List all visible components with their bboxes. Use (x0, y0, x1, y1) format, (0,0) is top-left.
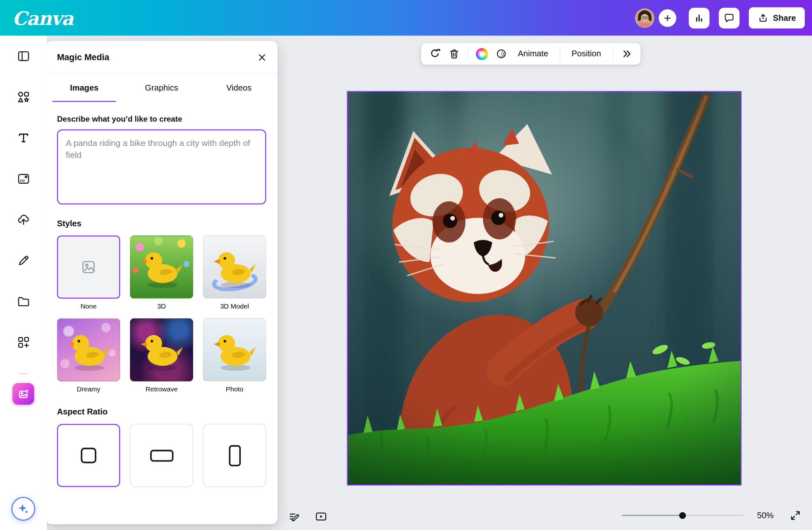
notes-button[interactable] (286, 508, 303, 525)
aspect-square-button[interactable] (57, 424, 120, 487)
present-button[interactable] (313, 508, 330, 525)
sidebar-item-design[interactable] (0, 36, 47, 77)
fullscreen-button[interactable] (787, 507, 804, 524)
user-avatar[interactable] (635, 8, 654, 28)
sidebar-item-projects[interactable] (0, 281, 47, 322)
duck-illustration (210, 242, 259, 292)
aspect-ratio-label: Aspect Ratio (57, 408, 266, 417)
toolbar-divider (467, 47, 468, 60)
tab-graphics[interactable]: Graphics (123, 74, 200, 102)
canva-assistant-button[interactable] (12, 497, 35, 521)
sidebar-divider (18, 373, 28, 374)
topbar-actions: Share (635, 8, 804, 29)
notes-icon (288, 510, 301, 523)
delete-button[interactable] (445, 44, 464, 63)
styles-label: Styles (57, 219, 266, 228)
aspect-landscape-button[interactable] (130, 424, 193, 487)
style-option-3d[interactable]: 3D (130, 236, 193, 310)
sparkle-assistant-icon (17, 502, 30, 516)
sidebar-item-brand[interactable]: co (0, 159, 47, 200)
magic-media-panel: Magic Media Images Graphics Videos Descr… (47, 41, 278, 524)
style-label: 3D Model (220, 302, 249, 310)
folder-icon (16, 294, 30, 309)
style-label: None (81, 302, 96, 310)
sidebar-item-text[interactable] (0, 117, 47, 159)
duck-illustration (137, 242, 186, 292)
magic-media-icon (13, 383, 34, 405)
sidebar-item-elements[interactable] (0, 76, 47, 117)
tab-images[interactable]: Images (47, 74, 123, 102)
canva-logo[interactable]: Canva (13, 7, 73, 29)
panel-header: Magic Media (47, 41, 278, 74)
sidebar-item-uploads[interactable] (0, 200, 47, 240)
bottom-left-actions (286, 508, 330, 525)
comments-button[interactable] (719, 8, 739, 28)
share-upload-icon (757, 13, 768, 24)
style-option-photo[interactable]: Photo (203, 319, 266, 393)
add-member-button[interactable] (658, 9, 676, 27)
sidebar-item-apps[interactable] (0, 322, 47, 363)
toolbar-divider (612, 47, 613, 60)
position-button[interactable]: Position (564, 44, 608, 63)
color-wheel-icon (476, 48, 488, 60)
duck-illustration (137, 325, 186, 375)
tab-videos[interactable]: Videos (200, 74, 278, 102)
share-button[interactable]: Share (749, 8, 804, 29)
aspect-ratio-options (57, 424, 266, 487)
style-option-dreamy[interactable]: Dreamy (57, 319, 120, 393)
animate-button[interactable]: Animate (511, 44, 555, 63)
sidebar-item-magic-media[interactable] (0, 377, 47, 411)
canva-editor: Canva (0, 0, 812, 530)
transparency-button[interactable] (492, 44, 511, 63)
panel-title: Magic Media (57, 52, 110, 62)
zoom-slider-fill (622, 515, 683, 516)
style-thumb-3d-model (203, 236, 266, 299)
style-thumb-retrowave (130, 319, 193, 382)
describe-label: Describe what you’d like to create (57, 114, 266, 123)
text-icon (16, 131, 30, 145)
color-button[interactable] (472, 44, 492, 63)
svg-text:co: co (19, 178, 24, 183)
sidebar-item-draw[interactable] (0, 240, 47, 281)
zoom-level: 50% (757, 511, 774, 520)
avatar-photo (635, 8, 654, 28)
regenerate-button[interactable] (425, 44, 445, 63)
close-panel-button[interactable] (253, 49, 270, 66)
elements-icon (16, 90, 30, 104)
landscape-ratio-icon (150, 450, 173, 461)
style-option-retrowave[interactable]: Retrowave (130, 319, 193, 393)
insights-button[interactable] (688, 8, 709, 28)
draw-icon (16, 253, 30, 268)
uploads-icon (16, 213, 30, 227)
trash-icon (448, 48, 460, 60)
fullscreen-icon (789, 509, 802, 522)
bar-chart-icon (693, 12, 705, 24)
share-label: Share (773, 13, 796, 23)
brand-icon: co (16, 172, 30, 186)
zoom-slider-knob[interactable] (679, 512, 686, 519)
prompt-input[interactable] (57, 129, 266, 204)
style-grid: None 3D 3 (57, 236, 266, 393)
style-label: Photo (226, 385, 243, 393)
toolbar-divider (560, 47, 560, 60)
style-thumb-none (57, 236, 120, 299)
design-icon (16, 49, 30, 63)
aspect-portrait-button[interactable] (203, 424, 266, 487)
panel-body: Describe what you’d like to create Style… (47, 114, 278, 499)
present-icon (315, 510, 328, 523)
generated-image[interactable] (347, 91, 742, 486)
transparency-icon (495, 48, 507, 60)
portrait-ratio-icon (229, 445, 241, 466)
zoom-slider[interactable] (622, 507, 743, 523)
square-ratio-icon (81, 448, 96, 463)
apps-icon (16, 335, 30, 350)
context-toolbar: Animate Position (421, 43, 640, 65)
red-panda-artwork (348, 92, 741, 485)
style-option-3d-model[interactable]: 3D Model (203, 236, 266, 310)
more-options-button[interactable] (617, 44, 636, 63)
duck-illustration (64, 325, 113, 375)
style-thumb-dreamy (57, 319, 120, 382)
style-thumb-3d (130, 236, 193, 299)
style-option-none[interactable]: None (57, 236, 120, 310)
style-label: Dreamy (77, 385, 101, 393)
